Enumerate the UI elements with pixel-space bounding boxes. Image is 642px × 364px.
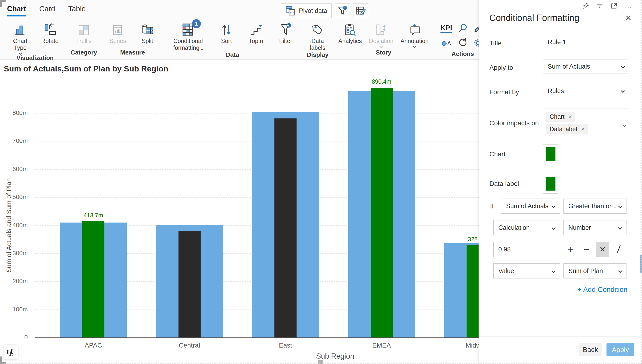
more-options-icon[interactable]: … [624,4,632,7]
ribbon: Chart Card Table Pivot data [0,0,479,60]
tab-chart[interactable]: Chart [7,5,26,19]
annotation-button[interactable]: Annotation [401,21,429,48]
pivot-data-icon [285,6,295,16]
chart-type-icon [14,22,26,36]
chevron-down-icon [623,123,626,127]
rule-title-input[interactable] [548,38,624,46]
back-button[interactable]: Back [579,343,602,356]
close-icon[interactable]: × [625,13,631,23]
conditional-formatting-button[interactable]: 1 Conditional formatting [168,21,208,51]
visual-quick-button[interactable] [3,344,18,360]
format-by-dropdown[interactable]: Rules [543,84,629,98]
chevron-down-icon [621,89,625,93]
y-tick-label: 800m [0,109,28,116]
top-n-button[interactable]: Top n [245,21,267,44]
panel-scrollbar-thumb[interactable] [640,255,641,273]
kpi-button[interactable]: KPI [440,24,452,33]
resize-handle[interactable] [318,360,323,364]
chart-color-swatch[interactable] [543,144,558,164]
x-category-label: Central [159,342,220,349]
actuals-bar[interactable] [178,231,201,338]
chart-type-button[interactable]: Chart Type [9,21,32,54]
title-field-label: Title [489,40,502,47]
chevron-down-icon [618,204,622,208]
y-tick-label: 600m [0,166,28,173]
deviation-icon [375,22,388,36]
footer-divider [479,336,642,337]
color-impacts-multiselect[interactable]: Chart × Data label × [543,108,629,139]
chevron-down-icon [618,226,622,230]
add-condition-link[interactable]: + Add Condition [577,286,627,294]
compare-measure-dropdown[interactable]: Sum of Plan [563,264,626,278]
filter-toolbar-button[interactable] [335,3,350,18]
tab-card[interactable]: Card [39,5,55,19]
apply-to-label: Apply to [489,64,513,72]
search-button[interactable] [458,23,468,34]
trellis-icon [78,22,90,36]
operator-minus-button[interactable]: − [580,242,593,257]
x-axis-title: Sub Region [300,352,370,360]
tag-icon [311,22,324,36]
actuals-bar[interactable] [82,221,104,338]
top-n-icon [250,22,262,36]
ribbon-toolbar: Chart Type Rotate Visualization [0,19,479,60]
popout-icon[interactable] [610,2,617,10]
operator-plus-button[interactable]: + [563,242,577,257]
reset-button[interactable] [458,38,468,48]
y-tick-label: 700m [0,137,28,144]
chevron-down-icon [379,44,383,48]
chevron-down-icon [552,269,556,273]
data-labels-button[interactable]: Data labels [306,21,329,51]
chip-chart[interactable]: Chart × [546,112,575,122]
y-tick-label: 200m [0,278,28,285]
analytics-button[interactable]: Analytics [339,21,362,44]
if-label: If [490,202,494,210]
x-category-label: EMEA [351,342,412,349]
filter-button[interactable]: Filter [274,21,297,44]
sort-button[interactable]: Sort [215,21,238,44]
split-icon [141,22,154,36]
y-tick-label: 0 [0,334,28,341]
conditional-formatting-panel: … Conditional Formatting × Title Apply t… [479,0,642,364]
operator-divide-button[interactable]: / [611,242,626,257]
if-measure-dropdown[interactable]: Sum of Actuals [501,198,560,214]
actuals-bar[interactable] [371,88,393,338]
chip-data-label[interactable]: Data label × [546,124,588,134]
cf-badge: 1 [192,19,201,28]
apply-button[interactable]: Apply [606,343,634,356]
chevron-down-icon [618,269,622,273]
rotate-button[interactable]: Rotate [39,21,61,44]
data-label: 413.7m [70,212,117,219]
value-type-dropdown[interactable]: Number [563,220,626,235]
split-button[interactable]: Split [136,21,159,44]
chevron-down-icon [552,226,556,230]
panel-divider [479,28,642,28]
labels-toggle-button[interactable]: A [441,38,452,48]
if-operator-dropdown[interactable]: Greater than or ... [563,198,626,214]
app-window: Chart Card Table Pivot data [0,0,642,364]
pin-icon[interactable] [582,2,589,10]
rotate-icon [43,22,57,36]
remove-chip-icon[interactable]: × [581,126,584,133]
pivot-data-button[interactable]: Pivot data [281,3,332,18]
group-category: Trellis Category [66,19,102,60]
filter-lines-icon[interactable] [596,2,603,10]
chevron-down-icon [413,44,417,48]
circle-a-icon: A [441,38,452,48]
remove-chip-icon[interactable]: × [568,113,572,120]
x-axis-line [35,338,479,338]
calculation-dropdown[interactable]: Calculation [493,220,560,235]
actuals-bar[interactable] [467,245,479,338]
visual-header-icons: … [582,2,632,10]
compare-kind-dropdown[interactable]: Value [493,264,560,278]
deviation-button: Deviation [369,21,393,48]
operator-multiply-button[interactable]: × [596,242,609,257]
tab-table[interactable]: Table [68,5,86,19]
series-button: Series [107,21,129,44]
apply-to-dropdown[interactable]: Sum of Actuals [543,59,629,74]
threshold-input[interactable] [498,246,555,253]
data-label-color-swatch[interactable] [543,174,558,194]
edit-table-button[interactable] [353,3,368,18]
actuals-bar[interactable] [274,118,296,338]
table-edit-icon [355,6,366,16]
